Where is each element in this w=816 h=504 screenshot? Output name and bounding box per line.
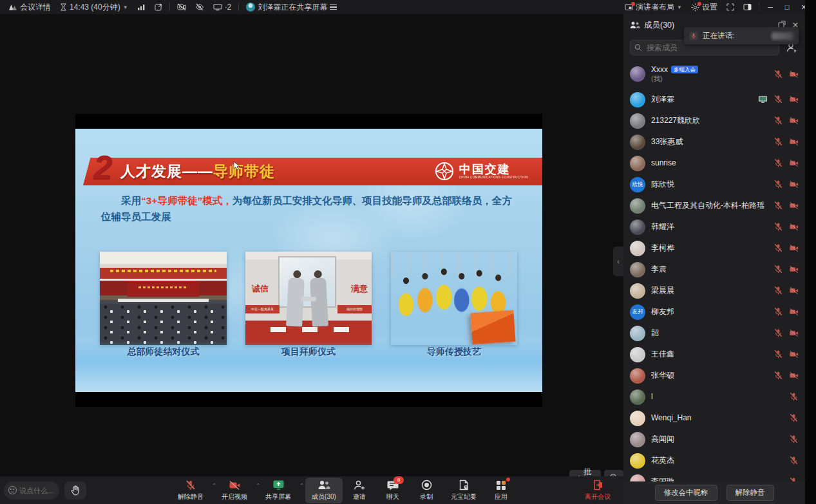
avatar	[630, 432, 645, 447]
avatar	[630, 326, 645, 341]
banner-word-left: 诚信	[252, 283, 269, 295]
avatar	[630, 219, 645, 235]
record-icon	[421, 480, 432, 490]
camera-muted-icon	[789, 95, 799, 104]
camera-muted-icon	[789, 350, 799, 359]
panel-collapse-handle[interactable]: ‹	[613, 247, 623, 276]
member-row[interactable]: 韶	[623, 322, 805, 344]
app-menu[interactable]: 会议详情	[8, 2, 51, 13]
hamburger-menu-icon[interactable]	[330, 3, 337, 11]
camera-muted-icon	[789, 307, 799, 317]
privacy-mode[interactable]	[195, 3, 204, 11]
mic-muted-icon	[789, 456, 799, 465]
apps-button[interactable]: 应用	[484, 478, 518, 503]
slide-title: 人才发展——导师带徒	[120, 162, 275, 182]
member-row[interactable]: Xxxx多端入会(我)	[623, 59, 805, 89]
member-name: 韩耀洋	[651, 222, 768, 232]
member-name: 高闻闻	[651, 434, 783, 444]
member-name: 电气工程及其自动化-本科-柏路瑶	[651, 201, 768, 210]
chat-unread-badge: 8	[394, 476, 404, 484]
avatar	[630, 113, 645, 129]
mic-muted-icon	[773, 201, 783, 210]
timer-text: 14:43 (40分钟)	[70, 2, 120, 13]
member-row[interactable]: 李柯桦	[623, 238, 805, 259]
connected-screens[interactable]: ·2	[213, 3, 232, 12]
layout-switcher[interactable]: 演讲者布局 ▼	[625, 2, 682, 13]
member-status-icons	[789, 477, 799, 481]
avatar	[630, 198, 645, 214]
slide-body-text: 采用“3+导师带徒”模式，为每位新员工安排文化导师、项目技能导师及总部联络员，全…	[101, 193, 521, 225]
member-row[interactable]: 李国璇	[623, 471, 805, 481]
member-row[interactable]: 王佳鑫	[623, 344, 805, 365]
mic-muted-icon	[773, 328, 783, 338]
camera-muted-icon	[789, 243, 799, 253]
maximize-button[interactable]: □	[779, 0, 795, 14]
member-row[interactable]: 李震	[623, 259, 805, 280]
quick-chat[interactable]	[4, 481, 59, 499]
share-screen-button[interactable]: 共享屏幕 ⌃	[256, 478, 300, 503]
share-options-chevron[interactable]: ⌃	[299, 483, 304, 489]
bottom-toolbar: 解除静音 ⌃ 开启视频 ⌃ 共享屏幕 ⌃ 成员(30) 邀请 8 聊天	[0, 476, 623, 504]
sharing-status-pill[interactable]: 刘泽霖正在共享屏幕	[246, 2, 337, 13]
member-name: 李震	[651, 265, 768, 274]
mic-muted-icon	[773, 180, 783, 189]
meeting-timer[interactable]: 14:43 (40分钟) ▼	[60, 2, 128, 13]
speaking-label: 正在讲话:	[703, 31, 734, 41]
avatar	[630, 92, 645, 107]
member-row[interactable]: 韩耀洋	[623, 216, 805, 238]
slide-title-banner: 人才发展——导师带徒 中国交建 CHINA COMMUNICATIONS CON…	[83, 158, 542, 185]
member-name: 张华硕	[651, 371, 768, 380]
settings-button[interactable]: 设置	[691, 2, 717, 13]
mic-muted-icon	[773, 222, 783, 232]
mic-muted-icon	[773, 350, 783, 359]
members-button[interactable]: 成员(30)	[305, 478, 343, 503]
raise-hand-button[interactable]	[64, 481, 86, 499]
pop-out-window[interactable]	[155, 3, 162, 11]
meeting-app-window: 会议详情 14:43 (40分钟) ▼ ·2 刘泽霖正在共享屏幕	[0, 0, 816, 504]
member-status-icons	[789, 413, 799, 423]
mic-muted-icon	[773, 158, 783, 168]
member-row[interactable]: 友邦柳友邦	[623, 301, 805, 322]
slide-content: 2 人才发展——导师带徒 中国交建 CHINA COMMUNICATIONS C…	[75, 129, 542, 392]
member-name: l	[651, 392, 783, 402]
network-quality[interactable]	[137, 4, 146, 11]
shared-presentation-slide: 2 人才发展——导师带徒 中国交建 CHINA COMMUNICATIONS C…	[75, 114, 542, 407]
recording-disabled[interactable]	[177, 3, 186, 11]
member-row[interactable]: 梁晨晨	[623, 280, 805, 301]
side-panel-toggle[interactable]	[743, 3, 752, 11]
unmute-button[interactable]: 解除静音	[726, 485, 774, 501]
photo-mentor-ceremony: 诚信 满意 中交一航局某某 项目经理部	[245, 252, 372, 345]
rename-button[interactable]: 修改会中昵称	[655, 485, 717, 501]
member-row[interactable]: 电气工程及其自动化-本科-柏路瑶	[623, 195, 805, 216]
start-video-button[interactable]: 开启视频 ⌃	[213, 478, 256, 503]
avatar	[630, 241, 645, 256]
chat-button[interactable]: 8 聊天	[376, 478, 410, 503]
unmute-mic-button[interactable]: 解除静音 ⌃	[169, 478, 213, 503]
avatar	[630, 66, 645, 82]
member-status-icons	[773, 201, 799, 210]
invite-button[interactable]: 邀请	[343, 478, 376, 503]
member-name: sunrise	[651, 158, 768, 168]
fullscreen-button[interactable]	[726, 3, 734, 11]
panel-icon	[743, 3, 752, 11]
member-row[interactable]: sunrise	[623, 153, 805, 174]
member-row[interactable]: 33张惠威	[623, 131, 805, 153]
ai-minutes-button[interactable]: 元宝纪要	[443, 478, 484, 503]
member-row[interactable]: 刘泽霖	[623, 89, 805, 110]
minimize-button[interactable]: ─	[762, 0, 779, 14]
member-row[interactable]: 欣悦陈欣悦	[623, 174, 805, 195]
record-button[interactable]: 录制	[410, 478, 443, 503]
member-row[interactable]: 213227魏欣欣	[623, 110, 805, 131]
member-name: Xxxx多端入会(我)	[651, 65, 768, 83]
member-status-icons	[758, 95, 799, 104]
member-row[interactable]: 花英杰	[623, 450, 805, 471]
member-row[interactable]: Wenqi_Han	[623, 407, 805, 429]
camera-muted-icon	[789, 371, 799, 380]
member-status-icons	[773, 70, 799, 79]
member-row[interactable]: 高闻闻	[623, 429, 805, 450]
member-row[interactable]: l	[623, 386, 805, 407]
member-row[interactable]: 张华硕	[623, 365, 805, 386]
member-status-icons	[773, 328, 799, 338]
leave-meeting-button[interactable]: 离开会议	[582, 478, 613, 503]
member-name: 213227魏欣欣	[651, 116, 768, 126]
